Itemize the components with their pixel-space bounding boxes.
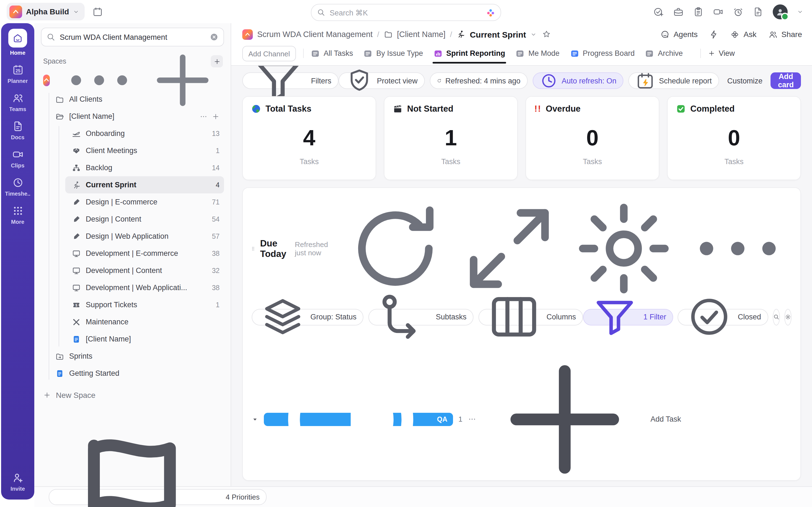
sidebar-item-maintenance[interactable]: Maintenance	[41, 313, 224, 330]
sidebar-item-client-name[interactable]: [Client Name]	[41, 108, 224, 125]
protect-view-button[interactable]: Protect view	[339, 72, 425, 89]
expand-icon[interactable]	[456, 195, 563, 302]
stat-card-total-tasks[interactable]: Total Tasks4Tasks	[242, 96, 376, 180]
sidebar-item-design-e-commerce[interactable]: Design | E-commerce71	[41, 193, 224, 211]
add-view-button[interactable]: View	[708, 45, 735, 61]
sidebar-item-getting-started[interactable]: Getting Started	[41, 365, 224, 382]
customize-button[interactable]: Customize	[724, 76, 766, 85]
notes-doc-icon[interactable]	[753, 6, 763, 17]
rail-item-planner[interactable]: 25Planner	[1, 64, 34, 84]
group-more-icon[interactable]	[468, 415, 476, 423]
sidebar-item-design-web-application[interactable]: Design | Web Application57	[41, 228, 224, 245]
group-by-button[interactable]: Group: Status	[252, 308, 364, 325]
breadcrumb-current-list[interactable]: Current Sprint	[470, 30, 526, 39]
tab-label: All Tasks	[323, 49, 353, 57]
svg-text:$: $	[75, 303, 77, 307]
sidebar-item-development-content[interactable]: Development | Content32	[41, 262, 224, 279]
schedule-report-button[interactable]: Schedule report	[629, 72, 719, 89]
stat-card-not-started[interactable]: Not Started1Tasks	[384, 96, 518, 180]
calendar-icon[interactable]	[92, 6, 103, 17]
add-card-button[interactable]: Add card	[771, 72, 801, 89]
ask-ai-button[interactable]: Ask	[730, 30, 757, 39]
columns-button[interactable]: Columns	[479, 308, 583, 325]
sidebar-item-all-clients[interactable]: All Clients	[41, 91, 224, 108]
add-channel-button[interactable]: Add Channel	[242, 46, 296, 61]
sidebar-item-development-e-commerce[interactable]: Development | E-commerce38	[41, 245, 224, 262]
rail-item-more[interactable]: More	[1, 205, 34, 225]
priorities-label: 4 Priorities	[226, 493, 260, 501]
automations-bolt-icon[interactable]	[709, 30, 719, 39]
collapse-caret-icon[interactable]	[252, 416, 258, 422]
briefcase-icon[interactable]	[673, 6, 684, 17]
new-task-icon[interactable]	[653, 6, 664, 17]
sidebar-item-design-content[interactable]: Design | Content54	[41, 211, 224, 228]
ai-sparkle-icon[interactable]	[486, 8, 495, 17]
filters-button[interactable]: Filters	[242, 72, 339, 89]
chevron-down-icon[interactable]	[530, 31, 537, 37]
topbar-actions	[653, 4, 812, 19]
table-settings-button[interactable]	[784, 308, 792, 325]
subtasks-button[interactable]: Subtasks	[369, 308, 474, 325]
header-actions: Agents Ask Share	[660, 30, 802, 39]
more-ellipsis-icon[interactable]	[684, 195, 792, 302]
due-today-title: Due Today	[260, 238, 290, 259]
sidebar-item-support-tickets[interactable]: $Support Tickets1	[41, 296, 224, 313]
refresh-icon[interactable]	[342, 195, 449, 302]
favorite-star-icon[interactable]	[542, 30, 551, 39]
flag-outline-icon	[56, 414, 222, 507]
workspace-switcher[interactable]: Alpha Build	[7, 3, 85, 20]
due-today-header: Due Today Refreshed just now	[243, 188, 800, 305]
breadcrumb-folder[interactable]: [Client Name]	[397, 30, 446, 39]
group-add-task-button[interactable]: Add Task	[482, 336, 681, 481]
tab-me-mode[interactable]: Me Mode	[516, 45, 560, 61]
item-add-icon[interactable]	[212, 112, 219, 120]
global-search-input[interactable]: Search ⌘K	[311, 4, 501, 21]
tab-by-issue-type[interactable]: By Issue Type	[363, 45, 423, 61]
space-item[interactable]: Scrum WDA Client Management	[41, 71, 224, 90]
tab-archive[interactable]: Archive	[645, 45, 683, 61]
globe-icon	[251, 104, 261, 114]
tab-all-tasks[interactable]: All Tasks	[311, 45, 353, 61]
stat-card-completed[interactable]: Completed0Tasks	[667, 96, 801, 180]
table-search-button[interactable]	[773, 308, 780, 325]
item-task-count: 1	[216, 147, 219, 155]
rail-item-teams[interactable]: Teams	[1, 92, 34, 112]
tab-sprint-reporting[interactable]: Sprint Reporting	[434, 45, 505, 61]
item-task-count: 1	[216, 301, 219, 308]
stat-card-overdue[interactable]: !!Overdue0Tasks	[525, 96, 659, 180]
new-space-button[interactable]: New Space	[41, 386, 224, 404]
reminder-clock-icon[interactable]	[733, 6, 744, 17]
share-button[interactable]: Share	[768, 30, 802, 39]
sidebar-tree: All Clients[Client Name]Onboarding13Clie…	[41, 91, 224, 382]
item-task-count: 38	[212, 249, 219, 257]
sidebar-item-client-name[interactable]: [Client Name]	[41, 330, 224, 348]
sidebar-item-onboarding[interactable]: Onboarding13	[41, 125, 224, 142]
notepad-icon[interactable]	[693, 6, 704, 17]
priorities-button[interactable]: 4 Priorities	[49, 489, 267, 505]
active-filter-button[interactable]: 1 Filter	[583, 308, 673, 325]
sidebar-item-current-sprint[interactable]: Current Sprint4	[65, 176, 224, 193]
agents-button[interactable]: Agents	[660, 30, 698, 39]
sidebar-item-sprints[interactable]: Sprints	[41, 348, 224, 365]
item-more-icon[interactable]	[200, 112, 207, 120]
drag-handle-icon[interactable]	[251, 245, 256, 252]
record-clip-icon[interactable]	[713, 6, 723, 17]
rail-item-docs[interactable]: Docs	[1, 120, 34, 140]
sidebar-item-backlog[interactable]: Backlog14	[41, 159, 224, 176]
clear-search-icon[interactable]	[210, 33, 218, 42]
rail-item-clips[interactable]: Clips	[1, 149, 34, 169]
refreshed-button[interactable]: Refreshed: 4 mins ago	[430, 72, 528, 89]
tab-progress-board[interactable]: Progress Board	[570, 45, 635, 61]
rail-item-timeshe[interactable]: Timeshe..	[1, 177, 34, 197]
account-chevron-icon[interactable]	[797, 9, 803, 15]
auto-refresh-toggle[interactable]: Auto refresh: On	[533, 72, 624, 89]
closed-button[interactable]: Closed	[678, 308, 768, 325]
sidebar-item-development-web-applicati[interactable]: Development | Web Applicati...38	[41, 279, 224, 296]
rail-item-home[interactable]: Home	[1, 29, 34, 56]
status-group-pill[interactable]: QA	[264, 412, 453, 426]
sidebar-item-client-meetings[interactable]: Client Meetings1	[41, 142, 224, 159]
breadcrumb-space[interactable]: Scrum WDA Client Management	[257, 30, 372, 39]
rail-item-invite[interactable]: Invite	[1, 472, 34, 492]
user-avatar[interactable]	[773, 4, 788, 19]
gear-icon[interactable]	[570, 195, 677, 302]
